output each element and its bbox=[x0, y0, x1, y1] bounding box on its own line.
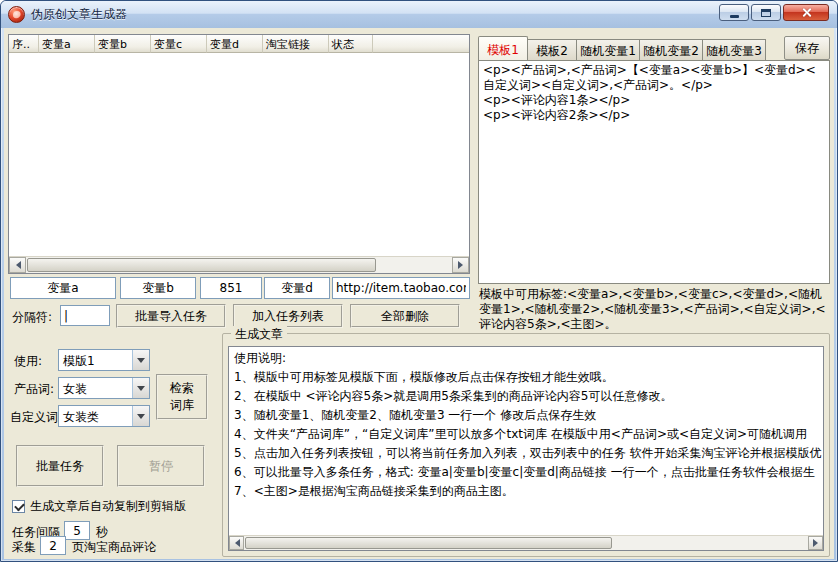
scroll-right-button[interactable] bbox=[452, 257, 469, 273]
column-header-index[interactable]: 序.. bbox=[9, 35, 39, 53]
arrow-left-icon bbox=[12, 261, 21, 269]
instruction-line: 4、文件夹“产品词库”，“自定义词库”里可以放多个txt词库 在模版中用<产品词… bbox=[234, 425, 818, 444]
group-title: 生成文章 bbox=[231, 326, 287, 343]
generate-article-group: 生成文章 使用说明: 1、模版中可用标签见模版下面，模版修改后点击保存按钮才能生… bbox=[222, 333, 830, 557]
instruction-line: 使用说明: bbox=[234, 349, 818, 368]
auto-copy-checkbox-row[interactable]: 生成文章后自动复制到剪辑版 bbox=[12, 498, 186, 515]
var-a-input[interactable] bbox=[10, 277, 116, 299]
product-word-select[interactable]: 女装 bbox=[58, 377, 150, 399]
column-header-var-c[interactable]: 变量c bbox=[151, 35, 207, 53]
task-list-body[interactable] bbox=[9, 53, 469, 256]
custom-word-label: 自定义词: bbox=[10, 409, 62, 426]
taobao-link-input[interactable] bbox=[332, 277, 470, 299]
scroll-thumb[interactable] bbox=[245, 537, 612, 549]
save-button[interactable]: 保存 bbox=[784, 36, 830, 60]
minimize-icon bbox=[730, 15, 739, 18]
tab-random-var-3[interactable]: 随机变量3 bbox=[702, 39, 766, 60]
separator-input[interactable] bbox=[60, 305, 110, 326]
minimize-button[interactable] bbox=[719, 4, 749, 21]
delete-all-button[interactable]: 全部删除 bbox=[350, 304, 460, 328]
chevron-down-icon[interactable] bbox=[132, 378, 149, 398]
maximize-button[interactable] bbox=[751, 4, 781, 21]
window-title: 伪原创文章生成器 bbox=[31, 6, 127, 23]
arrow-right-icon bbox=[458, 261, 467, 269]
collect-pages-input[interactable] bbox=[40, 536, 66, 555]
separator-label: 分隔符: bbox=[12, 309, 52, 326]
scroll-track[interactable] bbox=[26, 257, 452, 273]
product-word-value: 女装 bbox=[59, 378, 132, 398]
close-button[interactable] bbox=[783, 4, 829, 21]
task-list-header: 序.. 变量a 变量b 变量c 变量d 淘宝链接 状态 bbox=[9, 35, 469, 53]
column-header-var-a[interactable]: 变量a bbox=[39, 35, 95, 53]
column-header-var-b[interactable]: 变量b bbox=[95, 35, 151, 53]
tab-template-1[interactable]: 模板1 bbox=[478, 36, 528, 60]
instruction-line: 1、模版中可用标签见模版下面，模版修改后点击保存按钮才能生效哦。 bbox=[234, 368, 818, 387]
use-template-label: 使用: bbox=[14, 353, 42, 370]
column-header-filler bbox=[373, 35, 469, 53]
collect-unit-label: 页淘宝商品评论 bbox=[72, 539, 156, 556]
tab-random-var-2[interactable]: 随机变量2 bbox=[639, 39, 703, 60]
task-list-hscrollbar[interactable] bbox=[9, 256, 469, 273]
instructions-panel: 使用说明: 1、模版中可用标签见模版下面，模版修改后点击保存按钮才能生效哦。 2… bbox=[228, 346, 824, 551]
arrow-right-icon bbox=[813, 539, 822, 547]
add-to-list-button[interactable]: 加入任务列表 bbox=[233, 304, 343, 328]
batch-import-button[interactable]: 批量导入任务 bbox=[116, 304, 226, 328]
instruction-line: 5、点击加入任务列表按钮，可以将当前任务加入列表，双击列表中的任务 软件开始采集… bbox=[234, 444, 818, 463]
chevron-down-icon[interactable] bbox=[132, 406, 149, 426]
pause-button[interactable]: 暂停 bbox=[117, 445, 205, 487]
close-icon bbox=[801, 7, 812, 18]
scroll-left-button[interactable] bbox=[9, 257, 26, 273]
available-tags-hint: 模板中可用标签:<变量a>,<变量b>,<变量c>,<变量d>,<随机变量1>,… bbox=[479, 287, 831, 332]
instruction-line: 7、<主图>是根据淘宝商品链接采集到的商品主图。 bbox=[234, 482, 818, 501]
search-lexicon-button[interactable]: 检索词库 bbox=[156, 374, 208, 420]
var-b-input[interactable] bbox=[120, 277, 196, 299]
use-template-value: 模版1 bbox=[59, 350, 132, 370]
var-c-input[interactable] bbox=[200, 277, 262, 299]
interval-input[interactable] bbox=[64, 521, 90, 540]
column-header-status[interactable]: 状态 bbox=[329, 35, 373, 53]
chevron-down-icon[interactable] bbox=[132, 350, 149, 370]
auto-copy-label[interactable]: 生成文章后自动复制到剪辑版 bbox=[30, 498, 186, 515]
app-window: 伪原创文章生成器 序.. 变量a 变量b 变量c 变量d 淘宝链接 状态 bbox=[0, 0, 838, 562]
instruction-line: 3、随机变量1、随机变量2、随机变量3 一行一个 修改后点保存生效 bbox=[234, 406, 818, 425]
task-list: 序.. 变量a 变量b 变量c 变量d 淘宝链接 状态 bbox=[8, 34, 470, 274]
collect-label: 采集 bbox=[12, 539, 36, 556]
template-tabstrip: 模板1 模板2 随机变量1 随机变量2 随机变量3 bbox=[478, 36, 784, 60]
instructions-text: 使用说明: 1、模版中可用标签见模版下面，模版修改后点击保存按钮才能生效哦。 2… bbox=[229, 347, 823, 535]
product-word-label: 产品词: bbox=[14, 381, 54, 398]
title-bar[interactable]: 伪原创文章生成器 bbox=[1, 1, 837, 28]
custom-word-select[interactable]: 女装类 bbox=[58, 405, 150, 427]
arrow-left-icon bbox=[231, 539, 240, 547]
column-header-var-d[interactable]: 变量d bbox=[207, 35, 263, 53]
auto-copy-checkbox[interactable] bbox=[12, 500, 25, 513]
instruction-line: 2、在模版中 <评论内容5条>就是调用5条采集到的商品评论内容5可以任意修改。 bbox=[234, 387, 818, 406]
column-header-taobao-link[interactable]: 淘宝链接 bbox=[263, 35, 329, 53]
template-editor[interactable]: <p><产品词>,<产品词>【<变量a><变量b>】<变量d><自定义词><自定… bbox=[478, 60, 830, 284]
use-template-select[interactable]: 模版1 bbox=[58, 349, 150, 371]
scroll-thumb[interactable] bbox=[27, 258, 376, 272]
scroll-right-button[interactable] bbox=[808, 536, 823, 550]
instructions-hscrollbar[interactable] bbox=[229, 535, 823, 550]
instruction-line: 6、可以批量导入多条任务，格式: 变量a|变量b|变量c|变量d|商品链接 一行… bbox=[234, 463, 818, 482]
batch-task-button[interactable]: 批量任务 bbox=[16, 445, 104, 487]
scroll-track[interactable] bbox=[244, 536, 808, 550]
tab-random-var-1[interactable]: 随机变量1 bbox=[576, 39, 640, 60]
custom-word-value: 女装类 bbox=[59, 406, 132, 426]
maximize-icon bbox=[761, 9, 771, 17]
scroll-left-button[interactable] bbox=[229, 536, 244, 550]
var-d-input[interactable] bbox=[264, 277, 330, 299]
client-area: 序.. 变量a 变量b 变量c 变量d 淘宝链接 状态 分隔符: 批量导入任 bbox=[4, 28, 834, 559]
app-icon[interactable] bbox=[8, 6, 25, 23]
tab-template-2[interactable]: 模板2 bbox=[527, 39, 577, 60]
